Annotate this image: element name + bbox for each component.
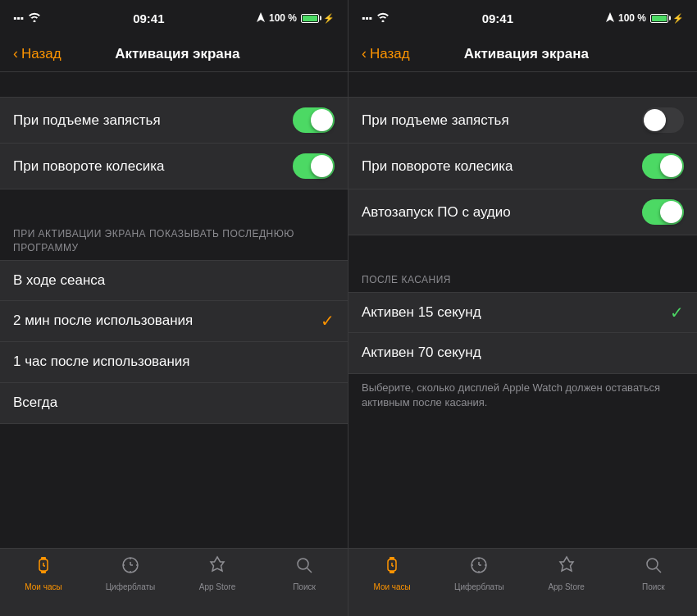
left-toggle-row-1: При повороте колесика	[0, 144, 348, 189]
left-phone-panel: ▪▪▪ 09:41 100 % ⚡ ‹ Назад Активация экра…	[0, 0, 348, 616]
right-back-chevron: ‹	[362, 45, 367, 62]
left-toggle-1[interactable]	[293, 153, 335, 179]
left-page-title: Активация экрана	[61, 46, 294, 62]
left-menu-label-1: 2 мин после использования	[13, 313, 193, 329]
right-tab-faces-icon	[469, 555, 489, 580]
right-tab-faces[interactable]: Циферблаты	[435, 555, 522, 591]
right-toggle-row-1: При повороте колесика	[348, 144, 697, 189]
svg-line-27	[656, 568, 661, 573]
left-tab-watch[interactable]: Мои часы	[0, 555, 87, 591]
svg-rect-1	[41, 557, 46, 559]
left-toggle-label-1: При повороте колесика	[13, 158, 165, 175]
right-toggle-label-0: При подъеме запястья	[362, 112, 509, 129]
right-back-label: Назад	[370, 46, 410, 62]
right-tab-search[interactable]: Поиск	[610, 555, 697, 591]
svg-point-12	[298, 559, 308, 569]
left-checkmark-1: ✓	[321, 311, 335, 331]
right-back-button[interactable]: ‹ Назад	[362, 45, 410, 62]
left-tab-faces[interactable]: Циферблаты	[87, 555, 174, 591]
right-menu-label-1: Активен 70 секунд	[362, 345, 481, 361]
left-tab-bar: Мои часы Циферблаты	[0, 548, 348, 616]
right-section-header: ПОСЛЕ КАСАНИЯ	[348, 260, 697, 292]
right-description: Выберите, сколько дисплей Apple Watch до…	[348, 374, 697, 423]
left-menu-row-0[interactable]: В ходе сеанса	[0, 260, 348, 301]
left-section-header: ПРИ АКТИВАЦИИ ЭКРАНА ПОКАЗЫВАТЬ ПОСЛЕДНЮ…	[0, 214, 348, 260]
right-time: 09:41	[482, 11, 513, 25]
right-tab-appstore[interactable]: App Store	[523, 555, 610, 591]
left-wifi-icon	[28, 12, 41, 25]
left-signal-area: ▪▪▪	[13, 12, 41, 25]
left-tab-appstore[interactable]: App Store	[174, 555, 261, 591]
right-tab-search-icon	[644, 555, 663, 580]
left-menu-label-3: Всегда	[13, 395, 57, 411]
right-page-title: Активация экрана	[410, 46, 643, 62]
left-tab-search[interactable]: Поиск	[261, 555, 348, 591]
left-menu-label-0: В ходе сеанса	[13, 272, 105, 289]
right-charging-icon: ⚡	[672, 13, 684, 24]
svg-rect-2	[41, 571, 46, 573]
svg-rect-15	[390, 557, 394, 559]
left-tab-appstore-label: App Store	[199, 582, 235, 591]
left-tab-search-icon	[294, 555, 314, 580]
left-battery-area: 100 % ⚡	[257, 12, 335, 25]
svg-rect-16	[390, 571, 394, 573]
left-tab-appstore-icon	[207, 555, 227, 580]
right-location-icon	[606, 12, 614, 25]
right-toggle-0[interactable]	[642, 107, 684, 133]
left-tab-watch-icon	[34, 555, 53, 580]
left-back-label: Назад	[21, 46, 61, 62]
right-toggle-1[interactable]	[642, 153, 684, 179]
left-toggle-0[interactable]	[293, 107, 335, 133]
left-menu-label-2: 1 час после использования	[13, 354, 189, 370]
left-battery-pct: 100 %	[269, 12, 297, 24]
left-location-icon	[257, 12, 265, 25]
right-checkmark-0: ✓	[670, 303, 684, 322]
left-menu-row-2[interactable]: 1 час после использования	[0, 342, 348, 383]
right-tab-appstore-label: App Store	[548, 582, 584, 591]
left-toggles-group: При подъеме запястья При повороте колеси…	[0, 97, 348, 189]
right-tab-watch-icon	[382, 555, 402, 580]
right-signal-area: ▪▪▪	[362, 12, 390, 25]
left-battery-icon	[301, 14, 319, 23]
right-nav-bar: ‹ Назад Активация экрана	[348, 36, 697, 72]
left-back-button[interactable]: ‹ Назад	[13, 45, 61, 62]
right-content: При подъеме запястья При повороте колеси…	[348, 72, 697, 548]
right-menu-group: Активен 15 секунд ✓ Активен 70 секунд	[348, 292, 697, 374]
right-status-bar: ▪▪▪ 09:41 100 % ⚡	[348, 0, 697, 36]
right-phone-panel: ▪▪▪ 09:41 100 % ⚡ ‹ Назад Активация экра…	[348, 0, 697, 616]
left-tab-watch-label: Мои часы	[25, 582, 61, 591]
right-toggles-group: При подъеме запястья При повороте колеси…	[348, 97, 697, 235]
svg-line-13	[308, 568, 312, 573]
left-back-chevron: ‹	[13, 45, 18, 62]
right-toggle-label-1: При повороте колесика	[362, 158, 513, 175]
left-menu-row-1[interactable]: 2 мин после использования ✓	[0, 301, 348, 342]
left-tab-search-label: Поиск	[293, 582, 316, 591]
right-battery-area: 100 % ⚡	[606, 12, 684, 25]
right-battery-pct: 100 %	[618, 12, 646, 24]
right-tab-watch-label: Мои часы	[373, 582, 410, 591]
left-nav-bar: ‹ Назад Активация экрана	[0, 36, 348, 72]
right-toggle-label-2: Автозапуск ПО с аудио	[362, 204, 511, 221]
left-toggle-label-0: При подъеме запястья	[13, 112, 161, 129]
right-tab-search-label: Поиск	[642, 582, 665, 591]
right-signal-icon: ▪▪▪	[362, 12, 372, 24]
left-content: При подъеме запястья При повороте колеси…	[0, 72, 348, 548]
left-tab-faces-icon	[121, 555, 140, 580]
right-menu-label-0: Активен 15 секунд	[362, 304, 481, 321]
left-toggle-row-0: При подъеме запястья	[0, 97, 348, 144]
left-charging-icon: ⚡	[323, 13, 335, 24]
right-toggle-2[interactable]	[642, 199, 684, 225]
left-signal-icon: ▪▪▪	[13, 12, 24, 24]
right-menu-row-1[interactable]: Активен 70 секунд	[348, 333, 697, 374]
left-tab-faces-label: Циферблаты	[106, 582, 156, 591]
left-menu-group: В ходе сеанса 2 мин после использования …	[0, 260, 348, 424]
right-toggle-row-2: Автозапуск ПО с аудио	[348, 189, 697, 235]
right-toggle-row-0: При подъеме запястья	[348, 97, 697, 144]
right-menu-row-0[interactable]: Активен 15 секунд ✓	[348, 292, 697, 333]
left-status-bar: ▪▪▪ 09:41 100 % ⚡	[0, 0, 348, 36]
right-tab-faces-label: Циферблаты	[454, 582, 504, 591]
right-tab-watch[interactable]: Мои часы	[348, 555, 435, 591]
left-menu-row-3[interactable]: Всегда	[0, 383, 348, 424]
svg-point-26	[647, 559, 658, 569]
right-wifi-icon	[376, 12, 390, 25]
